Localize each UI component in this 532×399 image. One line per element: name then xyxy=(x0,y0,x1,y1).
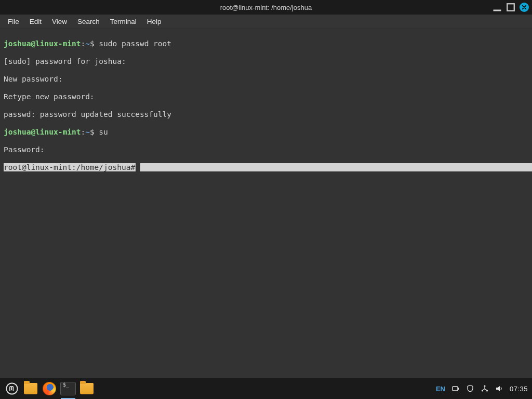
prompt-path: ~ xyxy=(85,128,90,136)
titlebar[interactable]: root@linux-mint: /home/joshua xyxy=(0,0,532,15)
battery-icon xyxy=(451,384,460,393)
terminal-line: joshua@linux-mint:~$ su xyxy=(4,128,528,137)
firefox-icon xyxy=(43,382,56,395)
sound-tray[interactable] xyxy=(495,384,503,393)
root-prompt-line: root@linux-mint:/home/joshua# xyxy=(4,163,528,172)
prompt-sep: : xyxy=(81,39,85,48)
prompt-user: joshua@linux-mint xyxy=(4,39,81,48)
prompt-path: ~ xyxy=(85,39,90,48)
battery-tray[interactable] xyxy=(451,384,460,393)
menubar: File Edit View Search Terminal Help xyxy=(0,15,532,29)
cursor-line-fill xyxy=(140,163,532,171)
svg-rect-1 xyxy=(507,4,514,11)
prompt-user: joshua@linux-mint xyxy=(4,128,81,136)
command-text: su xyxy=(99,128,108,136)
shield-icon xyxy=(466,384,474,393)
terminal-task-item[interactable] xyxy=(59,380,77,397)
menu-view[interactable]: View xyxy=(47,16,72,27)
minimize-button[interactable] xyxy=(493,3,502,12)
command-text: sudo passwd root xyxy=(99,39,171,48)
network-tray[interactable] xyxy=(481,384,489,393)
files-launcher[interactable] xyxy=(78,380,96,397)
clock[interactable]: 07:35 xyxy=(510,385,528,393)
terminal-line: Retype new password: xyxy=(4,92,528,101)
terminal-line: Password: xyxy=(4,145,528,154)
terminal-line: New password: xyxy=(4,75,528,84)
window-controls xyxy=(493,0,529,15)
folder-icon xyxy=(80,383,94,394)
svg-rect-4 xyxy=(458,388,459,390)
mint-logo-icon xyxy=(5,381,19,396)
menu-terminal[interactable]: Terminal xyxy=(105,16,141,27)
taskbar-left xyxy=(0,378,96,399)
svg-rect-0 xyxy=(494,10,501,11)
terminal-line: joshua@linux-mint:~$ sudo passwd root xyxy=(4,39,528,48)
firefox-launcher[interactable] xyxy=(41,380,58,397)
menu-edit[interactable]: Edit xyxy=(25,16,46,27)
security-tray[interactable] xyxy=(466,384,474,393)
menu-search[interactable]: Search xyxy=(73,16,104,27)
minimize-icon xyxy=(493,3,502,12)
root-prompt: root@linux-mint:/home/joshua# xyxy=(4,163,136,171)
network-icon xyxy=(481,384,489,393)
prompt-symbol: $ xyxy=(90,39,99,48)
terminal-icon xyxy=(60,382,76,395)
terminal-line: passwd: password updated successfully xyxy=(4,110,528,119)
taskbar: EN 07:35 xyxy=(0,378,532,399)
maximize-icon xyxy=(506,3,515,12)
prompt-sep: : xyxy=(81,128,85,136)
svg-rect-3 xyxy=(453,387,458,391)
folder-icon xyxy=(24,383,37,394)
svg-point-5 xyxy=(484,385,485,387)
show-desktop-button[interactable] xyxy=(22,380,39,397)
prompt-symbol: $ xyxy=(90,128,99,136)
maximize-button[interactable] xyxy=(506,3,515,12)
taskbar-right: EN 07:35 xyxy=(436,378,532,399)
close-button[interactable] xyxy=(520,3,529,12)
menu-file[interactable]: File xyxy=(3,16,24,27)
close-icon xyxy=(522,5,527,10)
terminal-window: root@linux-mint: /home/joshua File Edit … xyxy=(0,0,532,378)
window-title: root@linux-mint: /home/joshua xyxy=(0,4,532,11)
keyboard-layout-indicator[interactable]: EN xyxy=(436,385,445,393)
terminal-body[interactable]: joshua@linux-mint:~$ sudo passwd root [s… xyxy=(0,29,532,378)
menu-help[interactable]: Help xyxy=(142,16,166,27)
prompt-space xyxy=(136,163,140,171)
terminal-line: [sudo] password for joshua: xyxy=(4,57,528,66)
volume-icon xyxy=(495,384,503,393)
start-menu-button[interactable] xyxy=(3,380,21,397)
